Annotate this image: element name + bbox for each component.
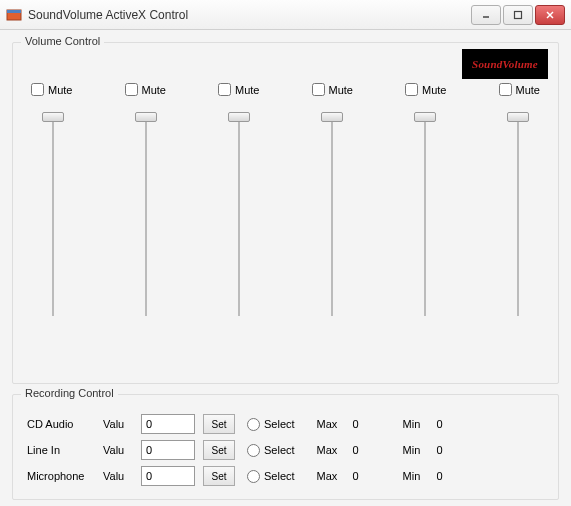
rec-max-label: Max	[317, 418, 345, 430]
rec-min-value-microphone: 0	[437, 470, 457, 482]
rec-max-value-line-in: 0	[353, 444, 381, 456]
window-title: SoundVolume ActiveX Control	[28, 8, 469, 22]
rec-min-value-cd-audio: 0	[437, 418, 457, 430]
volume-slider-5[interactable]	[508, 112, 528, 322]
recording-control-title: Recording Control	[21, 387, 118, 399]
recording-control-group: Recording Control CD Audio Valu Set Sele…	[12, 394, 559, 500]
rec-value-input-microphone[interactable]	[141, 466, 195, 486]
app-icon	[6, 7, 22, 23]
rec-value-label: Valu	[103, 470, 133, 482]
client-area: Volume Control SoundVolume Mute Mute Mut…	[0, 30, 571, 506]
window-controls	[469, 5, 565, 25]
rec-value-input-line-in[interactable]	[141, 440, 195, 460]
rec-min-label: Min	[403, 418, 429, 430]
rec-value-label: Valu	[103, 444, 133, 456]
soundvolume-logo: SoundVolume	[462, 49, 548, 79]
maximize-button[interactable]	[503, 5, 533, 25]
mute-checkbox-1[interactable]: Mute	[125, 83, 166, 96]
svg-rect-3	[515, 11, 522, 18]
rec-set-button-line-in[interactable]: Set	[203, 440, 235, 460]
volume-slider-2[interactable]	[229, 112, 249, 322]
recording-row-line-in: Line In Valu Set Select Max 0 Min 0	[25, 437, 546, 463]
rec-min-value-line-in: 0	[437, 444, 457, 456]
rec-value-label: Valu	[103, 418, 133, 430]
mute-checkbox-5[interactable]: Mute	[499, 83, 540, 96]
volume-control-group: Volume Control SoundVolume Mute Mute Mut…	[12, 42, 559, 384]
mute-checkbox-2[interactable]: Mute	[218, 83, 259, 96]
rec-name-cd-audio: CD Audio	[25, 418, 95, 430]
minimize-button[interactable]	[471, 5, 501, 25]
volume-slider-4[interactable]	[415, 112, 435, 322]
slider-row	[25, 106, 546, 336]
svg-rect-1	[7, 10, 21, 13]
volume-slider-1[interactable]	[136, 112, 156, 322]
mute-checkbox-3[interactable]: Mute	[312, 83, 353, 96]
rec-name-line-in: Line In	[25, 444, 95, 456]
rec-set-button-cd-audio[interactable]: Set	[203, 414, 235, 434]
logo-text: SoundVolume	[472, 58, 538, 70]
rec-value-input-cd-audio[interactable]	[141, 414, 195, 434]
recording-row-microphone: Microphone Valu Set Select Max 0 Min 0	[25, 463, 546, 489]
mute-checkbox-0[interactable]: Mute	[31, 83, 72, 96]
rec-select-radio-cd-audio[interactable]: Select	[247, 418, 295, 431]
rec-max-label: Max	[317, 470, 345, 482]
rec-min-label: Min	[403, 470, 429, 482]
close-button[interactable]	[535, 5, 565, 25]
volume-slider-3[interactable]	[322, 112, 342, 322]
titlebar: SoundVolume ActiveX Control	[0, 0, 571, 30]
rec-set-button-microphone[interactable]: Set	[203, 466, 235, 486]
rec-select-radio-microphone[interactable]: Select	[247, 470, 295, 483]
rec-min-label: Min	[403, 444, 429, 456]
recording-row-cd-audio: CD Audio Valu Set Select Max 0 Min 0	[25, 411, 546, 437]
rec-max-value-cd-audio: 0	[353, 418, 381, 430]
volume-slider-0[interactable]	[43, 112, 63, 322]
mute-checkbox-4[interactable]: Mute	[405, 83, 446, 96]
rec-select-radio-line-in[interactable]: Select	[247, 444, 295, 457]
rec-max-value-microphone: 0	[353, 470, 381, 482]
rec-max-label: Max	[317, 444, 345, 456]
volume-control-title: Volume Control	[21, 35, 104, 47]
rec-name-microphone: Microphone	[25, 470, 95, 482]
